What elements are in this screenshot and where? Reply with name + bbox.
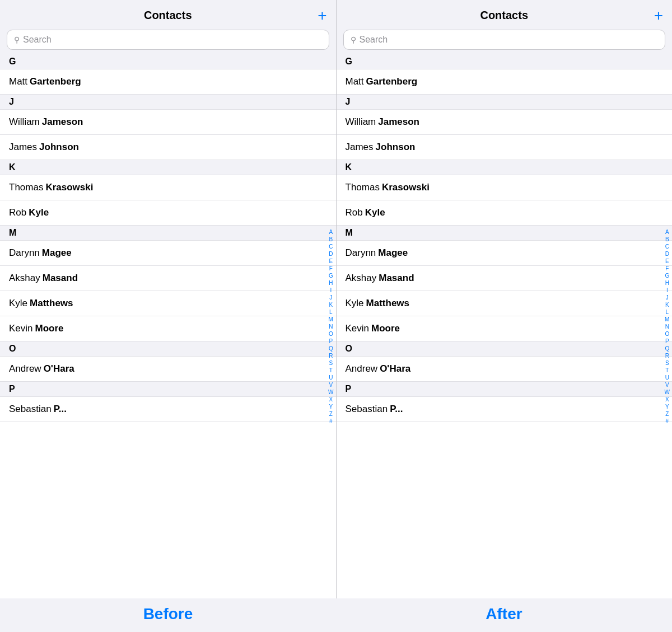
- alpha-letter-Q[interactable]: Q: [665, 345, 669, 352]
- contact-row[interactable]: AndrewO'Hara: [337, 357, 673, 382]
- alpha-letter-E[interactable]: E: [665, 258, 669, 265]
- contact-row[interactable]: JamesJohnson: [0, 135, 336, 160]
- alpha-letter-K[interactable]: K: [329, 301, 333, 308]
- alpha-letter-P[interactable]: P: [329, 338, 333, 345]
- alpha-letter-K[interactable]: K: [665, 301, 669, 308]
- search-placeholder-text: Search: [360, 35, 388, 45]
- alpha-letter-F[interactable]: F: [665, 265, 669, 272]
- alpha-letter-N[interactable]: N: [329, 323, 333, 330]
- section-header-K: K: [337, 160, 673, 175]
- alpha-letter-B[interactable]: B: [329, 236, 333, 243]
- section-header-M: M: [337, 226, 673, 241]
- contacts-title: Contacts: [144, 9, 192, 22]
- alpha-letter-T[interactable]: T: [665, 367, 669, 374]
- contact-last-name: O'Hara: [380, 363, 410, 374]
- alpha-letter-G[interactable]: G: [665, 272, 669, 279]
- alpha-letter-A[interactable]: A: [329, 228, 333, 236]
- contact-row[interactable]: ThomasKrasowski: [337, 175, 673, 200]
- alpha-letter-H[interactable]: H: [329, 279, 333, 287]
- alpha-letter-U[interactable]: U: [329, 374, 333, 381]
- alpha-letter-W[interactable]: W: [665, 388, 670, 396]
- alpha-letter-I[interactable]: I: [666, 287, 668, 294]
- contact-row[interactable]: WilliamJameson: [337, 110, 673, 135]
- alpha-letter-X[interactable]: X: [665, 396, 669, 403]
- alpha-letter-P[interactable]: P: [665, 338, 669, 345]
- alpha-letter-R[interactable]: R: [329, 352, 333, 359]
- label-text-after: After: [486, 605, 522, 622]
- alpha-letter-F[interactable]: F: [329, 265, 333, 272]
- alpha-letter-J[interactable]: J: [666, 294, 669, 301]
- contact-row[interactable]: MattGartenberg: [0, 69, 336, 95]
- alpha-letter-B[interactable]: B: [665, 236, 669, 243]
- contact-row[interactable]: AkshayMasand: [0, 266, 336, 291]
- alpha-letter-L[interactable]: L: [665, 308, 669, 316]
- alpha-letter-C[interactable]: C: [329, 243, 333, 250]
- contact-first-name: Kevin: [9, 323, 33, 334]
- contact-row[interactable]: AndrewO'Hara: [0, 357, 336, 382]
- alpha-letter-A[interactable]: A: [665, 228, 669, 236]
- alpha-letter-M[interactable]: M: [665, 316, 669, 323]
- contact-last-name: Krasowski: [45, 182, 93, 193]
- alpha-letter-C[interactable]: C: [665, 243, 669, 250]
- contact-row[interactable]: DarynnMagee: [0, 241, 336, 266]
- alpha-letter-X[interactable]: X: [329, 396, 333, 403]
- label-after: After: [336, 598, 672, 632]
- alpha-letter-R[interactable]: R: [665, 352, 669, 359]
- add-contact-button[interactable]: +: [654, 8, 663, 24]
- alpha-letter-U[interactable]: U: [665, 374, 669, 381]
- alpha-letter-D[interactable]: D: [329, 250, 333, 258]
- alpha-letter-N[interactable]: N: [665, 323, 669, 330]
- contact-row[interactable]: KevinMoore: [337, 316, 673, 341]
- alpha-letter-Z[interactable]: Z: [665, 410, 669, 418]
- alpha-letter-S[interactable]: S: [665, 359, 669, 367]
- alpha-letter-G[interactable]: G: [329, 272, 333, 279]
- alpha-letter-O[interactable]: O: [665, 330, 669, 338]
- panel-after: Contacts+⚲SearchGMattGartenbergJWilliamJ…: [337, 0, 673, 598]
- alpha-letter-M[interactable]: M: [329, 316, 333, 323]
- contact-row[interactable]: RobKyle: [0, 200, 336, 226]
- contact-last-name: Magee: [378, 247, 408, 259]
- contact-row[interactable]: SebastianP...: [0, 397, 336, 422]
- alpha-letter-D[interactable]: D: [665, 250, 669, 258]
- alpha-letter-I[interactable]: I: [330, 287, 332, 294]
- alpha-letter-V[interactable]: V: [665, 381, 669, 388]
- section-header-J: J: [0, 95, 336, 110]
- alpha-letter-J[interactable]: J: [329, 294, 332, 301]
- contact-row[interactable]: WilliamJameson: [0, 110, 336, 135]
- contact-row[interactable]: AkshayMasand: [337, 266, 673, 291]
- contact-first-name: Rob: [9, 207, 26, 218]
- contact-row[interactable]: MattGartenberg: [337, 69, 673, 95]
- search-bar[interactable]: ⚲Search: [343, 30, 666, 50]
- contact-row[interactable]: RobKyle: [337, 200, 673, 226]
- alpha-letter-#[interactable]: #: [329, 418, 333, 425]
- alpha-letter-#[interactable]: #: [665, 418, 669, 425]
- contacts-list: GMattGartenbergJWilliamJamesonJamesJohns…: [0, 54, 336, 598]
- contact-last-name: O'Hara: [44, 363, 74, 374]
- contact-last-name: Kyle: [29, 207, 49, 218]
- contact-row[interactable]: JamesJohnson: [337, 135, 673, 160]
- panel-header: Contacts+: [0, 0, 336, 26]
- alpha-letter-E[interactable]: E: [329, 258, 333, 265]
- contact-first-name: William: [346, 116, 376, 128]
- alpha-letter-V[interactable]: V: [329, 381, 333, 388]
- alpha-letter-Y[interactable]: Y: [665, 403, 669, 410]
- search-bar[interactable]: ⚲Search: [7, 30, 329, 50]
- contact-row[interactable]: SebastianP...: [337, 397, 673, 422]
- alpha-letter-S[interactable]: S: [329, 359, 333, 367]
- contact-last-name: Jameson: [378, 116, 419, 128]
- alpha-letter-Z[interactable]: Z: [329, 410, 333, 418]
- contact-row[interactable]: DarynnMagee: [337, 241, 673, 266]
- contact-row[interactable]: KevinMoore: [0, 316, 336, 341]
- alpha-letter-Y[interactable]: Y: [329, 403, 333, 410]
- alpha-letter-H[interactable]: H: [665, 279, 669, 287]
- contact-row[interactable]: KyleMatthews: [0, 291, 336, 316]
- contact-row[interactable]: ThomasKrasowski: [0, 175, 336, 200]
- contact-row[interactable]: KyleMatthews: [337, 291, 673, 316]
- alpha-letter-Q[interactable]: Q: [329, 345, 333, 352]
- alpha-letter-W[interactable]: W: [328, 388, 333, 396]
- alpha-letter-O[interactable]: O: [329, 330, 333, 338]
- alpha-letter-L[interactable]: L: [329, 308, 333, 316]
- contact-last-name: Moore: [371, 323, 400, 334]
- alpha-letter-T[interactable]: T: [329, 367, 333, 374]
- add-contact-button[interactable]: +: [318, 8, 326, 24]
